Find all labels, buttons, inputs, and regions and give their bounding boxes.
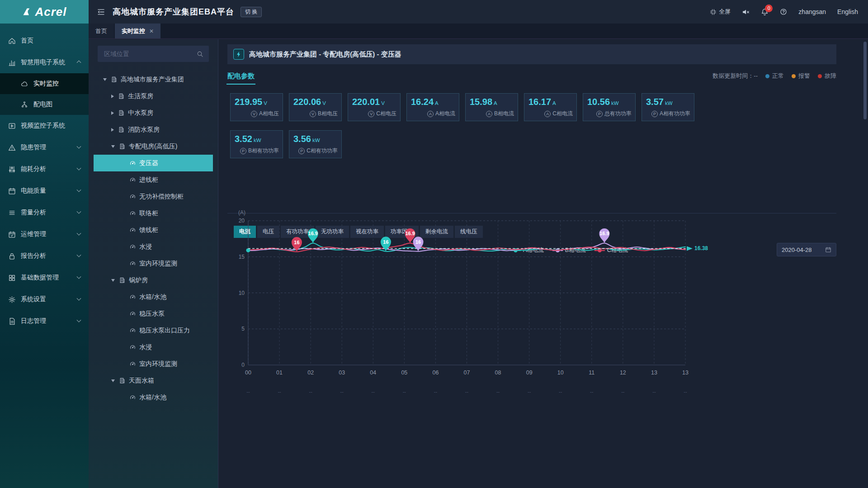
sidebar-item-9[interactable]: 基础数据管理	[0, 267, 89, 289]
tree-node-馈线柜[interactable]: 馈线柜	[89, 222, 218, 238]
gauge-icon	[129, 227, 136, 233]
tab-distribution-params[interactable]: 配电参数	[227, 72, 255, 81]
metric-card-C相有功功率: 3.56kWPC相有功功率	[289, 130, 342, 158]
region-search-input[interactable]	[103, 50, 197, 58]
tree-node-中水泵房[interactable]: 中水泵房	[89, 104, 218, 121]
tree-node-水箱/水池[interactable]: 水箱/水池	[89, 289, 218, 305]
sidebar-item-10[interactable]: 系统设置	[0, 289, 89, 310]
tab-实时监控[interactable]: 实时监控✕	[115, 24, 160, 38]
sidebar-item-4[interactable]: 能耗分析	[0, 158, 89, 180]
tree-node-消防水泵房[interactable]: 消防水泵房	[89, 121, 218, 138]
sidebar-item-1[interactable]: 智慧用电子系统	[0, 52, 89, 73]
tree-node-水浸[interactable]: 水浸	[89, 339, 218, 355]
sidebar-item-6[interactable]: 需量分析	[0, 202, 89, 223]
help-icon[interactable]	[780, 8, 787, 15]
caret-down-icon[interactable]	[111, 279, 115, 282]
svg-text:07: 07	[464, 370, 470, 376]
svg-text:0: 0	[241, 362, 245, 368]
speaker-mute-icon[interactable]	[742, 8, 750, 16]
tree-node-水箱/水池[interactable]: 水箱/水池	[89, 389, 218, 406]
fullscreen-button[interactable]: 全屏	[710, 8, 731, 16]
svg-text:--: --	[496, 389, 500, 394]
metric-card-总有功功率: 10.56kWP总有功功率	[583, 93, 636, 121]
main-scrollbar-thumb[interactable]	[863, 42, 867, 119]
sidebar-item-2[interactable]: 视频监控子系统	[0, 115, 89, 137]
tree-node-label: 消防水泵房	[128, 126, 160, 134]
sidebar-item-8[interactable]: 报告分析	[0, 245, 89, 267]
svg-text:15: 15	[239, 254, 245, 260]
tree-node-专配电房(高低压)[interactable]: 专配电房(高低压)	[89, 138, 218, 155]
tree-node-无功补偿控制柜[interactable]: 无功补偿控制柜	[89, 188, 218, 205]
svg-text:01: 01	[276, 370, 283, 376]
caret-right-icon[interactable]	[111, 128, 114, 132]
tree-node-高地城市服务产业集团[interactable]: 高地城市服务产业集团	[89, 71, 218, 88]
chevron-down-icon	[77, 144, 81, 148]
tree-node-变压器[interactable]: 变压器	[94, 155, 213, 171]
metric-unit: kW	[312, 137, 320, 143]
tree-node-天面水箱[interactable]: 天面水箱	[89, 372, 218, 389]
question-icon	[780, 8, 787, 15]
chevron-down-icon	[77, 296, 81, 300]
metric-card-A相电流: 16.24AAA相电流	[406, 93, 459, 121]
tree-node-label: 室内环境监测	[139, 260, 177, 268]
metric-card-C相电压: 220.01VVC相电压	[348, 93, 401, 121]
device-title-bar: 高地城市服务产业集团 - 专配电房(高低压) - 变压器	[227, 44, 836, 64]
sidebar-item-label: 运维管理	[21, 230, 46, 238]
sidebar-item-7[interactable]: 运维管理	[0, 223, 89, 245]
tree-node-联络柜[interactable]: 联络柜	[89, 205, 218, 222]
tree-node-生活泵房[interactable]: 生活泵房	[89, 88, 218, 104]
caret-down-icon[interactable]	[111, 379, 115, 382]
tree-node-稳压水泵[interactable]: 稳压水泵	[89, 305, 218, 322]
sidebar-subitem-实时监控[interactable]: 实时监控	[0, 73, 89, 94]
sidebar-item-0[interactable]: 首页	[0, 30, 89, 52]
username[interactable]: zhangsan	[798, 8, 826, 15]
metric-value: 16.17A	[528, 97, 572, 107]
gauge-icon	[129, 260, 136, 267]
tree-node-室内环境监测[interactable]: 室内环境监测	[89, 355, 218, 372]
search-icon[interactable]	[197, 51, 203, 57]
sidebar-item-5[interactable]: 电能质量	[0, 180, 89, 202]
metric-unit: kW	[665, 100, 673, 106]
sidebar-item-11[interactable]: 日志管理	[0, 310, 89, 332]
svg-text:--: --	[465, 389, 469, 394]
metric-badge-icon: A	[544, 111, 551, 117]
status-dot-normal	[765, 74, 769, 78]
speaker-mute-icon	[742, 8, 750, 16]
region-search-box	[98, 46, 209, 62]
metric-unit: kW	[254, 137, 261, 143]
tree-node-进线柜[interactable]: 进线柜	[89, 171, 218, 188]
notifications-button[interactable]: 0	[761, 8, 769, 16]
language-switch[interactable]: English	[837, 8, 858, 15]
tree-node-label: 高地城市服务产业集团	[121, 76, 184, 84]
building-icon	[118, 109, 125, 116]
svg-text:13: 13	[651, 370, 657, 376]
svg-text:16: 16	[383, 239, 388, 245]
sidebar-item-3[interactable]: 隐患管理	[0, 137, 89, 158]
tab-首页[interactable]: 首页	[89, 24, 114, 38]
device-breadcrumb: 高地城市服务产业集团 - 专配电房(高低压) - 变压器	[249, 50, 401, 59]
grid-icon	[8, 274, 16, 282]
gauge-icon	[129, 160, 136, 166]
tree-node-label: 室内环境监测	[139, 360, 177, 368]
sidebar-subitem-配电图[interactable]: 配电图	[0, 94, 89, 115]
caret-down-icon[interactable]	[103, 78, 107, 81]
switch-button[interactable]: 切 换	[241, 7, 262, 17]
metric-unit: kW	[611, 100, 619, 106]
tree-node-水浸[interactable]: 水浸	[89, 238, 218, 255]
collapse-menu-icon[interactable]	[97, 8, 105, 16]
metric-badge-icon: A	[427, 111, 434, 117]
caret-right-icon[interactable]	[111, 95, 114, 98]
chevron-down-icon	[77, 274, 81, 279]
collapse-menu-icon	[97, 8, 105, 16]
caret-right-icon[interactable]	[111, 111, 114, 115]
status-dot-fault	[818, 74, 822, 78]
svg-text:10: 10	[557, 370, 564, 376]
tab-close-icon[interactable]: ✕	[149, 28, 154, 34]
caret-down-icon[interactable]	[111, 145, 115, 148]
svg-text:03: 03	[339, 370, 345, 376]
tree-node-稳压水泵出口压力[interactable]: 稳压水泵出口压力	[89, 322, 218, 339]
metric-badge-icon: P	[596, 111, 603, 117]
tree-node-室内环境监测[interactable]: 室内环境监测	[89, 255, 218, 272]
tree-node-锅炉房[interactable]: 锅炉房	[89, 272, 218, 289]
sidebar-item-label: 能耗分析	[21, 165, 46, 173]
